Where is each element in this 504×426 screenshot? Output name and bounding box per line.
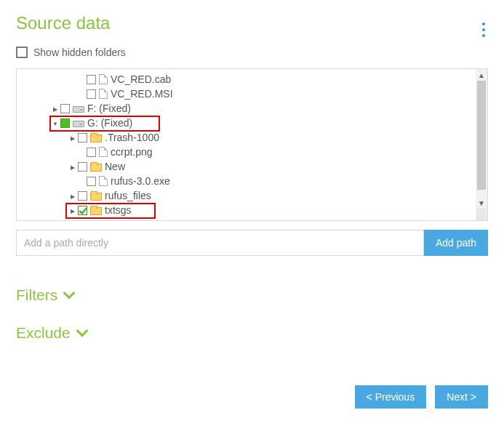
tree-row[interactable]: ccrpt.png: [17, 145, 487, 159]
chevron-down-icon: [63, 287, 76, 300]
expand-arrow-icon[interactable]: [69, 206, 76, 214]
tree-row[interactable]: G: (Fixed): [17, 116, 487, 130]
add-path-button[interactable]: Add path: [424, 230, 488, 256]
expand-arrow-icon[interactable]: [69, 134, 76, 142]
tree-item-label: rufus_files: [105, 190, 151, 201]
tree-checkbox[interactable]: [87, 148, 96, 157]
tree-row[interactable]: VC_RED.cab: [17, 72, 487, 87]
tree-item-label: F: (Fixed): [87, 103, 131, 114]
tree-checkbox[interactable]: [78, 133, 87, 142]
path-input[interactable]: [16, 230, 424, 256]
show-hidden-label: Show hidden folders: [33, 47, 126, 58]
filters-section-toggle[interactable]: Filters: [16, 286, 488, 304]
file-icon: [99, 176, 108, 186]
tree-item-label: ccrpt.png: [111, 146, 153, 158]
tree-checkbox[interactable]: [87, 89, 96, 99]
expand-arrow-icon[interactable]: [69, 192, 76, 200]
tree-row[interactable]: New: [17, 159, 487, 174]
tree-row[interactable]: VC_RED.MSI: [17, 87, 487, 101]
tree-row[interactable]: rufus_files: [17, 188, 487, 203]
folder-icon: [90, 207, 102, 215]
tree-item-label: rufus-3.0.exe: [111, 175, 170, 187]
file-icon: [99, 74, 108, 84]
scroll-up-icon[interactable]: ▲: [476, 69, 487, 81]
file-icon: [99, 89, 108, 99]
tree-row[interactable]: rufus-3.0.exe: [17, 174, 487, 188]
resize-grip-icon[interactable]: [476, 209, 487, 220]
tree-row[interactable]: .Trash-1000: [17, 130, 487, 145]
previous-button[interactable]: < Previous: [355, 385, 427, 409]
folder-icon: [90, 193, 102, 201]
next-button[interactable]: Next >: [435, 385, 488, 409]
tree-item-label: G: (Fixed): [87, 117, 132, 129]
tree-checkbox[interactable]: [78, 162, 87, 172]
tree-item-label: VC_RED.MSI: [111, 88, 173, 100]
tree-checkbox[interactable]: [60, 104, 70, 113]
scroll-down-icon[interactable]: ▼: [476, 197, 487, 209]
tree-item-label: txtsgs: [105, 204, 132, 216]
drive-icon: [73, 106, 84, 113]
checkbox-empty-icon: [16, 47, 28, 58]
more-menu-icon[interactable]: [479, 20, 488, 40]
tree-item-label: .Trash-1000: [105, 132, 159, 143]
expand-arrow-icon[interactable]: [52, 105, 59, 113]
tree-row[interactable]: F: (Fixed): [17, 101, 487, 116]
tree-checkbox[interactable]: [60, 118, 70, 128]
chevron-down-icon: [76, 325, 88, 337]
exclude-section-toggle[interactable]: Exclude: [16, 324, 488, 342]
tree-item-label: VC_RED.cab: [111, 73, 171, 85]
scrollbar[interactable]: ▲ ▼: [476, 69, 487, 220]
show-hidden-folders-checkbox[interactable]: Show hidden folders: [16, 47, 488, 58]
folder-icon: [90, 164, 102, 172]
tree-row[interactable]: txtsgs: [17, 203, 487, 217]
filters-label: Filters: [16, 286, 57, 304]
page-title: Source data: [16, 13, 110, 33]
folder-icon: [90, 134, 102, 142]
file-icon: [99, 147, 108, 157]
scrollbar-thumb[interactable]: [477, 81, 486, 190]
expand-arrow-icon[interactable]: [52, 119, 59, 127]
expand-arrow-icon[interactable]: [69, 163, 76, 171]
tree-checkbox[interactable]: [78, 191, 87, 201]
tree-item-label: New: [105, 161, 125, 172]
tree-checkbox[interactable]: [87, 177, 96, 186]
exclude-label: Exclude: [16, 324, 71, 342]
folder-tree[interactable]: VC_RED.cabVC_RED.MSIF: (Fixed)G: (Fixed)…: [16, 68, 488, 221]
tree-checkbox[interactable]: [78, 206, 87, 215]
drive-icon: [73, 121, 84, 127]
tree-checkbox[interactable]: [87, 75, 96, 84]
